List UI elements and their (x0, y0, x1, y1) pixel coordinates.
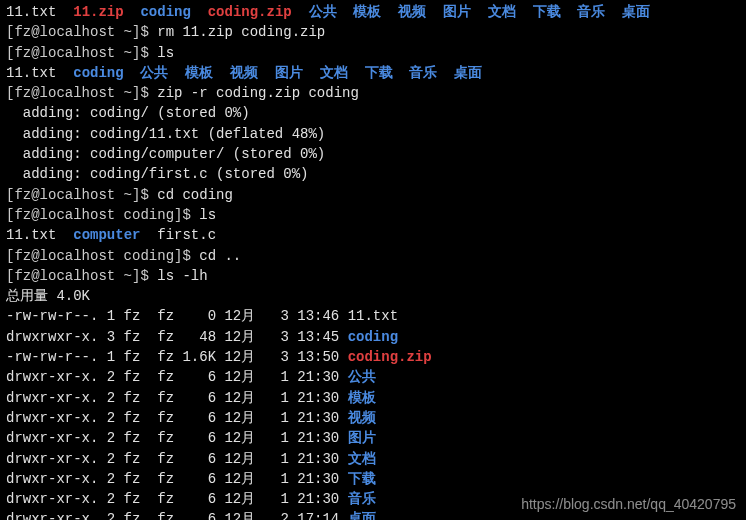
ls-row-meta: -rw-rw-r--. 1 fz fz 1.6K 12月 3 13:50 (6, 349, 348, 365)
prompt-coding: [fz@localhost coding]$ (6, 248, 199, 264)
terminal-line-zipout: adding: coding/first.c (stored 0%) (6, 164, 740, 184)
terminal-line-lsrow-4: drwxr-xr-x. 2 fz fz 6 12月 1 21:30 模板 (6, 388, 740, 408)
ls-row-name: 11.txt (348, 308, 398, 324)
terminal-line-lsrow-0: -rw-rw-r--. 1 fz fz 0 12月 3 13:46 11.txt (6, 306, 740, 326)
cmd-cd-up: cd .. (199, 248, 241, 264)
ls-row-meta: drwxr-xr-x. 2 fz fz 6 12月 2 17:14 (6, 511, 348, 520)
ls-row-name: 文档 (348, 451, 376, 467)
cmd-rm: rm 11.zip coding.zip (157, 24, 325, 40)
watermark: https://blog.csdn.net/qq_40420795 (521, 494, 736, 514)
prompt-home: [fz@localhost ~]$ (6, 187, 157, 203)
cmd-ls: ls (199, 207, 216, 223)
dir-coding: coding (140, 4, 190, 20)
prompt-coding: [fz@localhost coding]$ (6, 207, 199, 223)
ls-row-name: 图片 (348, 430, 376, 446)
ls-row-name: coding.zip (348, 349, 432, 365)
terminal-line-zipout: adding: coding/11.txt (deflated 48%) (6, 124, 740, 144)
cmd-zip: zip -r coding.zip coding (157, 85, 359, 101)
file-codingzip: coding.zip (208, 4, 292, 20)
terminal-line-cmd-lslh: [fz@localhost ~]$ ls -lh (6, 266, 740, 286)
ls-row-name: 公共 (348, 369, 376, 385)
ls-row-name: 桌面 (348, 511, 376, 520)
ls-row-meta: drwxr-xr-x. 2 fz fz 6 12月 1 21:30 (6, 491, 348, 507)
terminal-line-lsrow-3: drwxr-xr-x. 2 fz fz 6 12月 1 21:30 公共 (6, 367, 740, 387)
terminal-line-lsrow-1: drwxrwxr-x. 3 fz fz 48 12月 3 13:45 codin… (6, 327, 740, 347)
dir-computer: computer (73, 227, 140, 243)
ls-row-meta: drwxr-xr-x. 2 fz fz 6 12月 1 21:30 (6, 369, 348, 385)
terminal-line-zipout: adding: coding/computer/ (stored 0%) (6, 144, 740, 164)
terminal-line-cmd-cd: [fz@localhost ~]$ cd coding (6, 185, 740, 205)
ls-row-name: coding (348, 329, 398, 345)
file-11txt: 11.txt (6, 4, 56, 20)
terminal-line-ls1: 11.txt 11.zip coding coding.zip 公共 模板 视频… (6, 2, 740, 22)
ls-row-meta: -rw-rw-r--. 1 fz fz 0 12月 3 13:46 (6, 308, 348, 324)
terminal-line-lsrow-5: drwxr-xr-x. 2 fz fz 6 12月 1 21:30 视频 (6, 408, 740, 428)
prompt-home: [fz@localhost ~]$ (6, 85, 157, 101)
ls-row-meta: drwxr-xr-x. 2 fz fz 6 12月 1 21:30 (6, 390, 348, 406)
terminal-line-lsrow-2: -rw-rw-r--. 1 fz fz 1.6K 12月 3 13:50 cod… (6, 347, 740, 367)
prompt-home: [fz@localhost ~]$ (6, 24, 157, 40)
ls-row-name: 音乐 (348, 491, 376, 507)
ls-row-meta: drwxr-xr-x. 2 fz fz 6 12月 1 21:30 (6, 451, 348, 467)
terminal-line-cmd-zip: [fz@localhost ~]$ zip -r coding.zip codi… (6, 83, 740, 103)
terminal-output[interactable]: 11.txt 11.zip coding coding.zip 公共 模板 视频… (6, 2, 740, 520)
ls-row-meta: drwxr-xr-x. 2 fz fz 6 12月 1 21:30 (6, 471, 348, 487)
cmd-ls: ls (157, 45, 174, 61)
terminal-line-cmd-cdup: [fz@localhost coding]$ cd .. (6, 246, 740, 266)
terminal-line-ls3: 11.txt computer first.c (6, 225, 740, 245)
file-11zip: 11.zip (73, 4, 123, 20)
cmd-cd-coding: cd coding (157, 187, 233, 203)
cmd-ls-lh: ls -lh (157, 268, 207, 284)
ls-row-meta: drwxrwxr-x. 3 fz fz 48 12月 3 13:45 (6, 329, 348, 345)
total-line: 总用量 4.0K (6, 288, 90, 304)
terminal-line-lsrow-8: drwxr-xr-x. 2 fz fz 6 12月 1 21:30 下载 (6, 469, 740, 489)
terminal-line-zipout: adding: coding/ (stored 0%) (6, 103, 740, 123)
terminal-line-lsrow-6: drwxr-xr-x. 2 fz fz 6 12月 1 21:30 图片 (6, 428, 740, 448)
terminal-line-total: 总用量 4.0K (6, 286, 740, 306)
ls-row-name: 模板 (348, 390, 376, 406)
prompt-home: [fz@localhost ~]$ (6, 268, 157, 284)
ls-row-meta: drwxr-xr-x. 2 fz fz 6 12月 1 21:30 (6, 430, 348, 446)
terminal-line-cmd-ls-coding: [fz@localhost coding]$ ls (6, 205, 740, 225)
terminal-line-ls2: 11.txt coding 公共 模板 视频 图片 文档 下载 音乐 桌面 (6, 63, 740, 83)
terminal-line-cmd-rm: [fz@localhost ~]$ rm 11.zip coding.zip (6, 22, 740, 42)
prompt-home: [fz@localhost ~]$ (6, 45, 157, 61)
terminal-line-lsrow-7: drwxr-xr-x. 2 fz fz 6 12月 1 21:30 文档 (6, 449, 740, 469)
ls-row-meta: drwxr-xr-x. 2 fz fz 6 12月 1 21:30 (6, 410, 348, 426)
ls-row-name: 视频 (348, 410, 376, 426)
terminal-line-cmd-ls: [fz@localhost ~]$ ls (6, 43, 740, 63)
ls-row-name: 下载 (348, 471, 376, 487)
